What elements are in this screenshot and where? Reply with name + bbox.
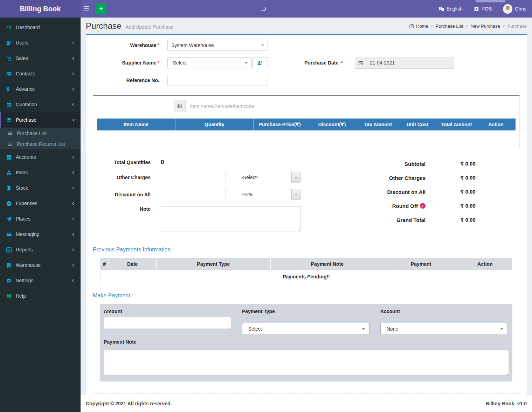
book-icon [6,293,16,299]
warehouse-label: Warehouse* [93,42,159,48]
reference-input[interactable] [167,75,268,86]
users-icon [6,71,16,76]
items-col-unit-cost: Unit Cost [398,119,437,130]
sidebar-item-settings[interactable]: Settings [0,273,81,288]
sidebar-item-purchase-returns-list[interactable]: Purchase Returns List [0,139,81,149]
supplier-select[interactable]: -Select- [167,57,251,68]
note-row: Note [93,206,317,231]
app-brand[interactable]: Billing Book [0,0,81,18]
sidebar-item-reports[interactable]: Reports [0,242,81,257]
pos-button[interactable]: POS [474,6,492,12]
navbar-right: English POS Chris [439,4,532,14]
sidebar-item-label: Purchase [16,117,36,123]
items-panel: Item NameQuantityPurchase Price(₹)Discou… [93,95,520,148]
summary-label: Discount on All [387,189,426,195]
barcode-icon [174,100,185,112]
amount-column: Amount [104,309,231,335]
previous-payments-table: #DatePayment TypePayment NotePaymentActi… [100,258,512,283]
home-icon [409,23,414,29]
sidebar-item-messaging[interactable]: Messaging [0,227,81,242]
breadcrumb-separator: > [503,23,505,28]
pos-label: POS [482,6,492,12]
account-select[interactable]: -None- [380,323,508,335]
language-menu[interactable]: English [439,6,463,12]
main-content: Purchase Add/Update Purchase Home>Purcha… [81,18,532,412]
totals-section: Total Quantities 0 Other Charges -Select… [93,159,520,237]
breadcrumb-separator: > [431,23,433,28]
info-icon[interactable]: i [420,203,426,209]
sidebar-item-label: Quotation [16,102,37,107]
items-table-empty [97,130,516,139]
page-title: Purchase [86,21,121,31]
building-icon [6,263,16,268]
sidebar-item-items[interactable]: Items [0,165,81,180]
sidebar-submenu-purchase: Purchase ListPurchase Returns List [0,128,81,149]
sidebar-item-warehouse[interactable]: Warehouse [0,257,81,273]
sidebar-item-users[interactable]: Users [0,35,81,50]
required-asterisk: * [341,60,343,66]
sidebar-item-stock[interactable]: Stock [0,180,81,196]
chevron-left-icon [71,232,75,236]
reference-label: Reference No. [93,77,159,83]
sidebar-item-purchase[interactable]: Purchase [0,112,81,128]
loading-spinner-icon [261,6,266,11]
items-col-quantity: Quantity [175,119,253,130]
add-supplier-button[interactable] [252,57,268,68]
other-charges-row: Other Charges -Select- [93,172,317,183]
chevron-left-icon [71,72,75,76]
warehouse-select[interactable]: System Warehouse [167,40,268,51]
supplier-label: Supplier Name* [93,60,159,66]
other-charges-type-value: -Select- [237,175,291,180]
sidebar-item-expenses[interactable]: Expenses [0,196,81,211]
user-name: Chris [515,6,526,12]
payments-col-date: Date [109,258,156,270]
note-textarea[interactable] [161,206,301,231]
other-charges-type-select[interactable]: -Select- [237,172,300,183]
discount-input[interactable] [161,189,226,200]
breadcrumb-item-new-purchase[interactable]: New Purchase [471,23,500,29]
bar-chart-icon [6,247,16,252]
sidebar-item-quotation[interactable]: Quotation [0,97,81,112]
payment-type-select[interactable]: -Select- [242,323,369,335]
sidebar-item-dashboard[interactable]: Dashboard [0,20,81,35]
dashboard-icon [6,25,16,30]
calendar-icon[interactable] [355,57,366,69]
sidebar-item-purchase-list[interactable]: Purchase List [0,128,81,139]
version-text: Billing Book -v1.0 [486,401,527,406]
quick-add-button[interactable]: + [96,4,106,14]
chevron-down-icon [500,328,503,330]
sidebar-item-label: Expenses [16,201,37,206]
sidebar-item-places[interactable]: Places [0,211,81,227]
purchase-date-input[interactable]: 21-04-2021 [366,57,454,69]
top-navbar: Billing Book ☰ + English POS Chris [0,0,532,18]
chevron-left-icon [71,279,75,283]
sidebar-item-label: Messaging [16,231,40,237]
breadcrumb: Home>Purchase List>New Purchase>Purchase [409,23,527,29]
discount-type-select[interactable]: Per% [237,189,300,200]
items-table: Item NameQuantityPurchase Price(₹)Discou… [97,119,516,139]
warehouse-select-value: System Warehouse [171,42,214,48]
sidebar-item-advance[interactable]: $Advance [0,81,81,97]
sidebar-toggle-icon[interactable]: ☰ [81,0,92,18]
sidebar-item-contacts[interactable]: Contacts [0,66,81,81]
summary-row-other-charges: Other Charges₹ 0.00 [317,174,520,182]
user-menu[interactable]: Chris [503,4,526,14]
sidebar-item-accounts[interactable]: Accounts [0,149,81,165]
amount-input[interactable] [104,317,231,329]
breadcrumb-item-purchase-list[interactable]: Purchase List [436,23,463,29]
breadcrumb-item-home[interactable]: Home [409,23,428,29]
payment-note-textarea[interactable] [104,350,509,376]
item-search-input[interactable] [185,100,444,112]
other-charges-input[interactable] [161,172,226,183]
cart-icon [6,56,16,61]
total-quantities-row: Total Quantities 0 [93,159,317,166]
chevron-left-icon [71,155,75,159]
supplier-select-value: -Select- [171,60,188,66]
sidebar-item-sales[interactable]: Sales [0,50,81,66]
sidebar-item-label: Advance [16,86,35,92]
sidebar-item-help[interactable]: Help [0,288,81,304]
payments-col-payment-note: Payment Note [270,258,384,270]
payment-type-value: -Select- [247,326,263,332]
sidebar-subitem-label: Purchase List [17,130,47,136]
previous-payments-heading: Previous Payments Information : [93,246,520,253]
